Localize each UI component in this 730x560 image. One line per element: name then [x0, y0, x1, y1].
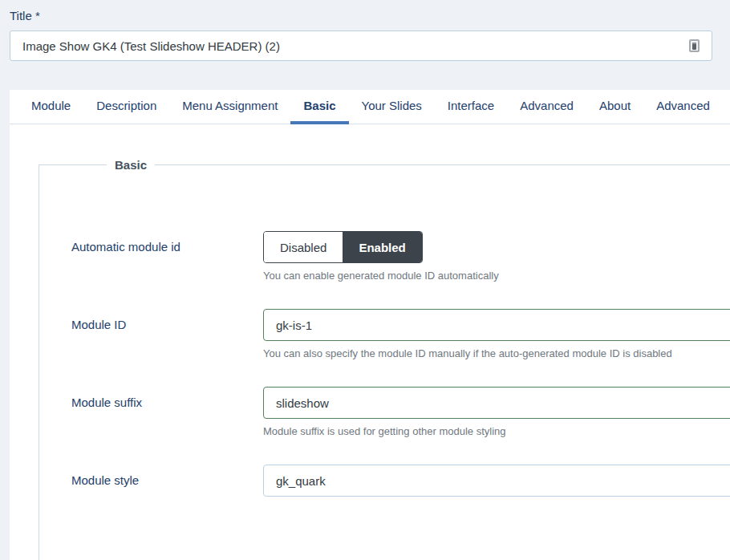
tab-bar: Module Description Menu Assignment Basic…: [10, 90, 730, 124]
field-control: [263, 465, 730, 497]
tab-advanced-2[interactable]: Advanced: [643, 90, 723, 124]
automatic-module-id-toggle: Disabled Enabled: [263, 231, 423, 263]
module-editor-card: Module Description Menu Assignment Basic…: [10, 90, 730, 560]
tab-module[interactable]: Module: [18, 90, 83, 124]
field-label: Module style: [71, 465, 263, 497]
form-autofill-icon[interactable]: [689, 39, 700, 52]
basic-fieldset: Basic Automatic module id Disabled Enabl…: [39, 158, 730, 560]
field-row-module-id: Module ID You can also specify the modul…: [71, 309, 730, 359]
module-id-input[interactable]: [263, 309, 730, 341]
tab-advanced[interactable]: Advanced: [507, 90, 586, 124]
tab-your-slides[interactable]: Your Slides: [349, 90, 435, 124]
toggle-option-enabled[interactable]: Enabled: [343, 232, 421, 262]
tab-about[interactable]: About: [586, 90, 643, 124]
field-control: You can also specify the module ID manua…: [263, 309, 730, 359]
field-label: Module suffix: [71, 387, 263, 437]
basic-fieldset-legend: Basic: [107, 158, 155, 172]
field-control: Disabled Enabled You can enable generate…: [263, 231, 730, 282]
form-rows: Automatic module id Disabled Enabled You…: [71, 231, 730, 497]
title-field-section: Title *: [10, 9, 720, 61]
field-helper-text: You can also specify the module ID manua…: [263, 347, 730, 359]
field-helper-text: You can enable generated module ID autom…: [263, 270, 730, 282]
title-input[interactable]: [10, 30, 712, 61]
field-label: Module ID: [71, 309, 263, 359]
title-label: Title *: [10, 9, 720, 22]
title-input-wrap: [10, 30, 720, 61]
field-control: Module suffix is used for getting other …: [263, 387, 730, 437]
tab-basic[interactable]: Basic: [290, 90, 348, 124]
field-row-automatic-module-id: Automatic module id Disabled Enabled You…: [71, 231, 730, 282]
field-helper-text: Module suffix is used for getting other …: [263, 425, 730, 437]
tab-description[interactable]: Description: [83, 90, 169, 124]
field-row-module-suffix: Module suffix Module suffix is used for …: [71, 387, 730, 437]
toggle-option-disabled[interactable]: Disabled: [264, 232, 343, 262]
tab-interface[interactable]: Interface: [435, 90, 507, 124]
module-style-input[interactable]: [263, 465, 730, 497]
field-label: Automatic module id: [71, 231, 263, 282]
tab-menu-assignment[interactable]: Menu Assignment: [169, 90, 290, 124]
field-row-module-style: Module style: [71, 465, 730, 497]
module-suffix-input[interactable]: [263, 387, 730, 419]
